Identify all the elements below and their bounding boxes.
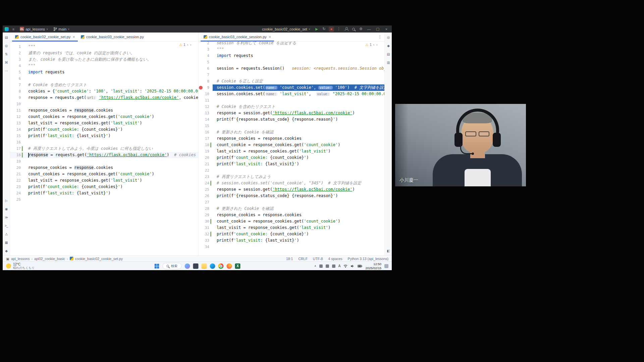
code-line[interactable]: 25: [10, 196, 198, 203]
code-line[interactable]: 24print(f'last_visit: {last_visit}'): [10, 190, 198, 196]
code-text[interactable]: # 更新された Cookie を確認: [213, 129, 384, 135]
code-text[interactable]: print(f'last_visit: {last_visit}'): [24, 190, 198, 196]
maximize-button[interactable]: ▢: [374, 27, 381, 31]
code-text[interactable]: [213, 59, 384, 65]
code-line[interactable]: 26print(f'{response.status_code} {respon…: [199, 193, 384, 199]
code-text[interactable]: # Cookie を含めたリクエスト: [213, 104, 384, 110]
code-text[interactable]: print(f'{response.status_code} {response…: [213, 193, 384, 199]
line-number[interactable]: 26: [199, 193, 209, 199]
code-line[interactable]: 13last_visit = response_cookies.get('las…: [10, 120, 198, 126]
code-line[interactable]: 15print(f'last_visit: {last_visit}'): [10, 133, 198, 139]
close-icon[interactable]: ×: [269, 35, 271, 39]
line-number[interactable]: 8: [10, 88, 21, 95]
code-text[interactable]: count_cookie = response_cookies.get('cou…: [213, 142, 384, 148]
code-line[interactable]: 28# 更新された Cookie を確認: [199, 205, 384, 212]
code-line[interactable]: 30count_cookie = response_cookies.get('c…: [199, 218, 384, 225]
code-line[interactable]: 21print(f'last_visit: {last_visit}'): [199, 161, 384, 167]
code-text[interactable]: """: [24, 63, 198, 69]
line-number[interactable]: 8: [199, 78, 209, 84]
code-text[interactable]: count_cookies = response_cookies.get('co…: [24, 114, 198, 120]
line-number[interactable]: 14: [10, 126, 21, 133]
line-number[interactable]: 22: [10, 177, 21, 184]
commit-icon[interactable]: ◎: [4, 43, 9, 48]
code-text[interactable]: """: [24, 44, 198, 50]
debug-tool-icon[interactable]: ◉: [4, 206, 9, 211]
line-number[interactable]: 7: [199, 72, 209, 78]
code-text[interactable]: [24, 101, 198, 107]
code-line[interactable]: 11response_cookies = response.cookies: [10, 107, 198, 114]
breadcrumb-folder[interactable]: api02_cookie_basic: [34, 257, 65, 261]
code-line[interactable]: 24# session.cookies.set('count_cookie', …: [199, 180, 384, 186]
line-number[interactable]: 28: [199, 205, 209, 212]
code-line[interactable]: 2通常の requests では、cookie の設定が面倒くさい。: [10, 50, 198, 56]
tray-icon[interactable]: [332, 264, 335, 268]
code-line[interactable]: 9response = requests.get(url: 'https://f…: [10, 95, 198, 101]
code-text[interactable]: print(f'last_visit: {last_visit}'): [24, 133, 198, 139]
code-text[interactable]: また、cookie を受け取ったときに自動的に保存する機能もない。: [24, 56, 198, 63]
line-number[interactable]: 12: [199, 104, 209, 110]
code-line[interactable]: 33print(f'last_visit: {last_visit}'): [199, 237, 384, 244]
code-line[interactable]: 32print(f'count_cookie: {count_cookie}'): [199, 231, 384, 237]
code-text[interactable]: print(f'{response.status_code} {response…: [213, 116, 384, 123]
line-number[interactable]: 3: [10, 56, 21, 63]
line-number[interactable]: 32: [199, 231, 209, 237]
inspections-widget[interactable]: ⚠ 1 ∧ ∨: [364, 43, 379, 47]
start-button[interactable]: [154, 263, 160, 269]
code-text[interactable]: """: [213, 46, 384, 53]
code-text[interactable]: print(f'count_cookie: {count_cookies}'): [24, 126, 198, 133]
code-text[interactable]: response = session.get('https://flask.pc…: [213, 186, 384, 193]
code-line[interactable]: 2session を利用して cookie を設定する: [199, 42, 384, 46]
python-interpreter[interactable]: Python 3.13 (api_lessons): [348, 257, 388, 261]
editor-right[interactable]: ⚠ 1 ∧ ∨ 2session を利用して cookie を設定する3"""4…: [199, 42, 384, 255]
taskbar-search[interactable]: 検索: [163, 263, 182, 269]
code-text[interactable]: print(f'last_visit: {last_visit}'): [213, 161, 384, 167]
code-line[interactable]: 21count_cookies = response_cookies.get('…: [10, 171, 198, 177]
line-number[interactable]: 30: [199, 218, 209, 225]
clock-widget[interactable]: 12:50 2025/02/15: [365, 262, 381, 270]
line-number[interactable]: 19: [10, 158, 21, 165]
code-line[interactable]: 19last_visit = response_cookies.get('las…: [199, 148, 384, 155]
pull-requests-icon[interactable]: ⇅: [4, 52, 9, 56]
code-line[interactable]: 8# Cookie を正しく設定: [199, 78, 384, 84]
tray-icon[interactable]: [319, 264, 323, 268]
volume-icon[interactable]: [351, 264, 355, 268]
line-number[interactable]: 17: [10, 145, 21, 152]
line-number[interactable]: 11: [199, 97, 209, 104]
prev-problem-icon[interactable]: ∧: [373, 44, 375, 46]
hidden-icons-chevron[interactable]: ∧: [314, 264, 316, 267]
code-text[interactable]: # 更新された Cookie を確認: [213, 205, 384, 212]
line-number[interactable]: 10: [199, 91, 209, 97]
project-selector[interactable]: AL api_lessons ∨: [18, 26, 50, 32]
line-number[interactable]: 33: [199, 237, 209, 244]
line-number[interactable]: 13: [10, 120, 21, 126]
line-number[interactable]: 18: [199, 142, 209, 148]
database-icon[interactable]: ▤: [386, 52, 391, 56]
line-number[interactable]: 5: [10, 69, 21, 75]
code-line[interactable]: 12# Cookie を含めたリクエスト: [199, 104, 384, 110]
file-encoding[interactable]: UTF-8: [313, 257, 323, 261]
close-button[interactable]: ×: [383, 27, 390, 31]
line-number[interactable]: 3: [199, 46, 209, 53]
code-text[interactable]: [213, 72, 384, 78]
line-number[interactable]: 11: [10, 107, 21, 114]
code-text[interactable]: last_visit = response_cookies.get('last_…: [213, 225, 384, 231]
code-text[interactable]: [24, 139, 198, 145]
code-pane-left[interactable]: 1"""2通常の requests では、cookie の設定が面倒くさい。3ま…: [10, 42, 198, 255]
code-line[interactable]: 27: [199, 199, 384, 205]
code-line[interactable]: 17# 再度リクエストしてみよう。今度は cookies に何も指定しない: [10, 145, 198, 152]
line-number[interactable]: 25: [10, 196, 21, 203]
code-text[interactable]: print(f'count_cookie: {count_cookies}'): [24, 184, 198, 190]
hamburger-menu-icon[interactable]: ≡: [11, 26, 16, 32]
code-line[interactable]: 7: [199, 72, 384, 78]
code-line[interactable]: 18count_cookie = response_cookies.get('c…: [199, 142, 384, 148]
code-text[interactable]: session = requests.Session() session: <r…: [213, 65, 384, 72]
code-text[interactable]: print(f'last_visit: {last_visit}'): [213, 237, 384, 244]
line-number[interactable]: 29: [199, 212, 209, 218]
structure-icon[interactable]: ⌘: [4, 60, 9, 65]
code-line[interactable]: 15: [199, 123, 384, 129]
code-line[interactable]: 8cookies = {'count_cookie': '100', 'last…: [10, 88, 198, 95]
code-line[interactable]: 29response_cookies = response.cookies: [199, 212, 384, 218]
notifications-icon[interactable]: ◎: [386, 35, 391, 40]
code-text[interactable]: response_cookies = response.cookies: [24, 165, 198, 171]
rerun-debug-icon[interactable]: ↻: [321, 26, 327, 32]
